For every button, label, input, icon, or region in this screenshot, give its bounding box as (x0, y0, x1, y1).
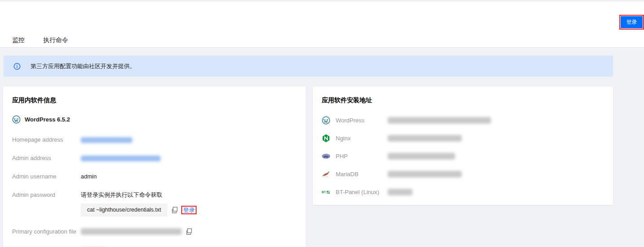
field-row: Admin address (12, 155, 297, 161)
field-label: Admin address (12, 155, 81, 161)
redacted-text-value (388, 117, 491, 124)
field-value: 请登录实例并执行以下命令获取cat ~lighthouse/credential… (81, 191, 197, 217)
redacted-text-value (388, 171, 462, 178)
software-row: phpPHP (322, 152, 604, 160)
field-label: Homepage address (12, 136, 81, 143)
field-value (81, 136, 132, 143)
field-label: Admin username (12, 173, 81, 180)
install-address-card-title: 应用软件安装地址 (322, 96, 604, 104)
svg-text:BT: BT (322, 191, 326, 194)
credentials-command-box: cat ~lighthouse/credentials.txt (81, 204, 167, 217)
password-command-line: cat ~lighthouse/credentials.txt登录 (81, 204, 197, 217)
field-label: Primary configuration file (12, 228, 81, 236)
copy-icon[interactable] (185, 228, 192, 235)
info-banner: 第三方应用配置功能由社区开发并提供。 (4, 56, 613, 77)
redacted-text-value (388, 189, 412, 195)
software-label: WordPress (336, 117, 388, 124)
wordpress-icon (12, 115, 21, 124)
field-row: Admin usernameadmin (12, 173, 297, 180)
redacted-link-value[interactable] (81, 137, 132, 143)
software-label: MariaDB (336, 171, 388, 178)
software-label: BT-Panel (Linux) (336, 189, 388, 195)
tab-monitoring[interactable]: 监控 (12, 36, 25, 44)
software-label: PHP (336, 153, 388, 160)
bt-panel-icon: BT (322, 188, 330, 196)
nginx-icon (322, 134, 330, 143)
field-value (81, 155, 161, 161)
app-detail-page: 登录 监控 执行命令 第三方应用配置功能由社区开发并提供。 应用内软件信息 Wo… (0, 0, 644, 247)
software-row: BTBT-Panel (Linux) (322, 188, 604, 196)
install-address-card: 应用软件安装地址 WordPressNginxphpPHPMariaDBMari… (313, 87, 613, 205)
field-value (81, 228, 192, 236)
password-instruction-text: 请登录实例并执行以下命令获取 (81, 191, 197, 198)
svg-text:php: php (324, 155, 329, 158)
mariadb-icon: MariaDB (322, 170, 330, 178)
redacted-text-value (388, 135, 462, 142)
software-label: Nginx (336, 135, 388, 142)
php-icon: php (322, 152, 330, 160)
info-icon (13, 63, 21, 70)
wordpress-icon (322, 116, 330, 125)
field-row: Admin password请登录实例并执行以下命令获取cat ~lightho… (12, 191, 297, 217)
redacted-text-value (388, 153, 455, 160)
field-label: Admin password (12, 191, 81, 217)
svg-text:MariaDB: MariaDB (324, 176, 329, 178)
field-text-value: admin (81, 173, 96, 180)
software-info-card-title: 应用内软件信息 (12, 96, 297, 104)
software-row: Nginx (322, 134, 604, 143)
software-row: MariaDBMariaDB (322, 170, 604, 178)
software-info-card: 应用内软件信息 WordPress 6.5.2 Homepage address… (3, 87, 306, 247)
redacted-text-value (81, 228, 182, 235)
top-divider (0, 0, 644, 1)
field-value: admin (81, 173, 96, 180)
login-button[interactable]: 登录 (621, 16, 643, 28)
annotation-box-login: 登录 (619, 15, 644, 30)
field-row: Homepage address (12, 136, 297, 143)
banner-text: 第三方应用配置功能由社区开发并提供。 (31, 62, 136, 70)
content-area: 第三方应用配置功能由社区开发并提供。 应用内软件信息 WordPress 6.5… (0, 48, 644, 247)
software-info-fields: Homepage addressAdmin addressAdmin usern… (12, 136, 297, 247)
install-address-rows: WordPressNginxphpPHPMariaDBMariaDBBTBT-P… (322, 116, 604, 196)
software-row: WordPress (322, 116, 604, 125)
redacted-link-value[interactable] (81, 156, 161, 161)
app-row: WordPress 6.5.2 (12, 115, 297, 124)
field-row: Primary configuration file (12, 228, 297, 236)
annotation-box-login-link: 登录 (181, 206, 197, 214)
tab-execute-command[interactable]: 执行命令 (43, 36, 68, 44)
app-name-version: WordPress 6.5.2 (25, 116, 70, 123)
login-link[interactable]: 登录 (183, 207, 195, 213)
tab-bar: 监控 执行命令 (12, 36, 68, 44)
copy-icon[interactable] (171, 207, 178, 213)
